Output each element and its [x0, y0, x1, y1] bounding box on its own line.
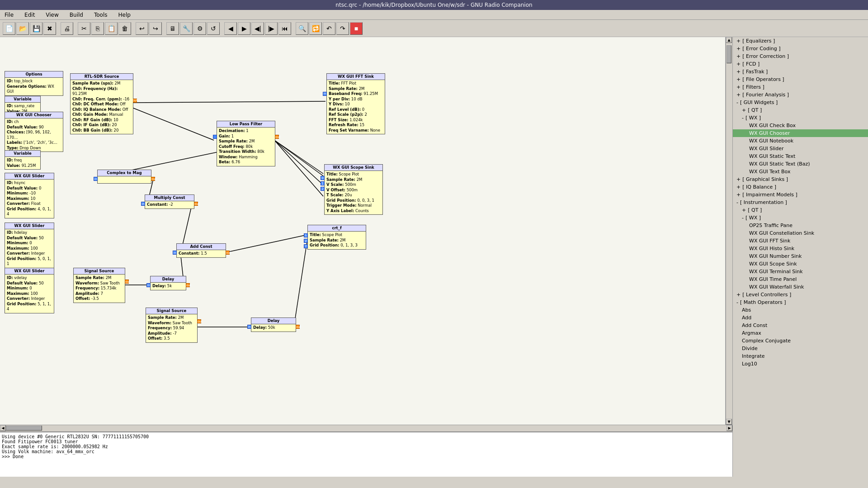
tree-item-scope-sink[interactable]: WX GUI Scope Sink — [733, 260, 868, 268]
tree-item-wx-slider[interactable]: WX GUI Slider — [733, 145, 868, 152]
tree-item-gui-widgets[interactable]: - [ GUI Widgets ] — [733, 99, 868, 106]
tree-item-file-operators[interactable]: + [ File Operators ] — [733, 76, 868, 83]
signal-source1-block[interactable]: Signal Source Sample Rate: 2M Waveform: … — [73, 268, 125, 303]
horizontal-scrollbar[interactable]: ◀ ▶ — [0, 425, 732, 431]
tree-item-error-coding[interactable]: + [ Error Coding ] — [733, 45, 868, 52]
tree-item-complex-conjugate[interactable]: Complex Conjugate — [733, 337, 868, 345]
screen-button[interactable]: 🖥 — [166, 22, 179, 35]
scroll-track[interactable] — [726, 43, 732, 419]
vertical-scrollbar[interactable]: ▲ ▼ — [726, 37, 732, 425]
wx-gui-slider1-block[interactable]: WX GUI Slider ID: hsync Default Value: 0… — [5, 173, 54, 218]
tree-item-integrate[interactable]: Integrate — [733, 352, 868, 360]
tree-item-qt[interactable]: + [ QT ] — [733, 106, 868, 114]
tree-item-equalizers[interactable]: + [ Equalizers ] — [733, 37, 868, 45]
tree-item-histo-sink[interactable]: WX GUI Histo Sink — [733, 245, 868, 252]
tree-item-instrumentation[interactable]: - [ Instrumentation ] — [733, 199, 868, 206]
scroll-up-button[interactable]: ▲ — [726, 37, 732, 43]
variable-freq-block[interactable]: Variable ID: freq Value: 91.25M — [5, 150, 41, 170]
options-block[interactable]: Options ID: top_block Generate Options: … — [5, 71, 63, 96]
loop-button[interactable]: 🔁 — [309, 22, 322, 35]
wx-gui-slider2-block[interactable]: WX GUI Slider ID: hdelay Default Value: … — [5, 223, 54, 268]
wx-gui-scope-sink-block[interactable]: WX GUI Scope Sink Title: Scope Plot Samp… — [324, 164, 383, 215]
tree-item-filters[interactable]: + [ Filters ] — [733, 83, 868, 91]
fwd2-button[interactable]: |▶ — [265, 22, 278, 35]
save-button[interactable]: 💾 — [30, 22, 42, 35]
menu-edit[interactable]: Edit — [22, 11, 38, 19]
tree-item-abs[interactable]: Abs — [733, 306, 868, 314]
tree-item-inst-wx[interactable]: - [ WX ] — [733, 214, 868, 222]
paste-button[interactable]: 📋 — [105, 22, 118, 35]
delay1-block[interactable]: Delay Delay: 5k in out — [150, 276, 186, 290]
delay2-block[interactable]: Delay Delay: 50k in out — [251, 317, 296, 332]
tree-item-add-const[interactable]: Add Const — [733, 322, 868, 329]
tree-item-graphical-sinks[interactable]: + [ Graphical Sinks ] — [733, 175, 868, 183]
cut-button[interactable]: ✂ — [78, 22, 90, 35]
multiply-const-block[interactable]: Multiply Const Constant: -2 in out — [145, 194, 194, 209]
menu-help[interactable]: Help — [116, 11, 133, 19]
tree-item-add[interactable]: Add — [733, 314, 868, 322]
zoom-in-button[interactable]: 🔍 — [296, 22, 308, 35]
add-const-block[interactable]: Add Const Constant: 1.5 in out — [176, 243, 226, 258]
crt-f-block[interactable]: crt_f Title: Scope Plot Sample Rate: 2M … — [307, 225, 366, 250]
preferences-button[interactable]: ⚙ — [193, 22, 206, 35]
wx-gui-slider3-block[interactable]: WX GUI Slider ID: vdelay Default Value: … — [5, 268, 54, 313]
tree-item-fastrak[interactable]: + [ FasTrak ] — [733, 68, 868, 76]
tree-item-divide[interactable]: Divide — [733, 345, 868, 352]
tree-item-inst-qt[interactable]: + [ QT ] — [733, 206, 868, 214]
menu-file[interactable]: File — [2, 11, 16, 19]
tree-item-wx[interactable]: - [ WX ] — [733, 114, 868, 122]
tree-item-terminal-sink[interactable]: WX GUI Terminal Sink — [733, 268, 868, 275]
tree-item-iq-balance[interactable]: + [ IQ Balance ] — [733, 183, 868, 191]
tree-item-wx-chooser[interactable]: WX GUI Chooser — [733, 129, 868, 137]
forward-button[interactable]: ▶ — [238, 22, 250, 35]
scroll-left-button[interactable]: ◀ — [0, 425, 6, 431]
tree-item-argmax[interactable]: Argmax — [733, 329, 868, 337]
rotate-right-button[interactable]: ↷ — [336, 22, 349, 35]
scroll-thumb[interactable] — [726, 45, 731, 63]
hscroll-thumb[interactable] — [6, 426, 42, 431]
tree-item-wx-check-box[interactable]: WX GUI Check Box — [733, 122, 868, 129]
tree-item-impairment[interactable]: + [ Impairment Models ] — [733, 191, 868, 199]
wx-gui-fft-sink-block[interactable]: WX GUI FFT Sink Title: FFT Plot Sample R… — [326, 73, 385, 134]
tree-item-level-controllers[interactable]: + [ Level Controllers ] — [733, 291, 868, 298]
scroll-right-button[interactable]: ▶ — [726, 425, 732, 431]
tree-item-wx-static-text[interactable]: WX GUI Static Text — [733, 152, 868, 160]
tree-item-wx-notebook[interactable]: WX GUI Notebook — [733, 137, 868, 145]
back2-button[interactable]: ◀| — [251, 22, 264, 35]
new-button[interactable]: 📄 — [3, 22, 15, 35]
close-button[interactable]: ✖ — [43, 22, 56, 35]
tree-item-waterfall-sink[interactable]: WX GUI Waterfall Sink — [733, 283, 868, 291]
tree-item-fft-sink[interactable]: WX GUI FFT Sink — [733, 237, 868, 245]
tree-item-log10[interactable]: Log10 — [733, 360, 868, 368]
print-button[interactable]: 🖨 — [61, 22, 73, 35]
wx-gui-chooser-block[interactable]: WX GUI Chooser ID: ch Default Value: 90 … — [5, 112, 63, 152]
low-pass-filter-block[interactable]: Low Pass Filter Decimation: 1 Gain: 1 Sa… — [217, 121, 275, 166]
flow-graph-canvas[interactable]: Options ID: top_block Generate Options: … — [0, 37, 726, 425]
kill-button[interactable]: ■ — [350, 22, 363, 35]
properties-button[interactable]: 🔧 — [180, 22, 193, 35]
complex-to-mag-block[interactable]: Complex to Mag in out — [97, 170, 151, 184]
tree-item-op25[interactable]: OP25 Traffic Pane — [733, 222, 868, 229]
rotate-left-button[interactable]: ↶ — [323, 22, 335, 35]
tree-item-fcd[interactable]: + [ FCD ] — [733, 60, 868, 68]
tree-item-error-correction[interactable]: + [ Error Correction ] — [733, 52, 868, 60]
delete-button[interactable]: 🗑 — [118, 22, 131, 35]
hscroll-track[interactable] — [6, 425, 726, 431]
tree-item-fourier[interactable]: + [ Fourier Analysis ] — [733, 91, 868, 99]
tree-item-number-sink[interactable]: WX GUI Number Sink — [733, 252, 868, 260]
back3-button[interactable]: ⏮ — [278, 22, 291, 35]
revert-button[interactable]: ↺ — [207, 22, 220, 35]
tree-item-constellation-sink[interactable]: WX GUI Constellation Sink — [733, 229, 868, 237]
copy-button[interactable]: ⎘ — [91, 22, 104, 35]
rtl-sdr-block[interactable]: RTL-SDR Source Sample Rate (sps): 2M Ch0… — [70, 73, 133, 134]
tree-item-wx-static-text-baz[interactable]: WX GUI Static Text (Baz) — [733, 160, 868, 168]
back-button[interactable]: ◀ — [224, 22, 237, 35]
tree-item-wx-text-box[interactable]: WX GUI Text Box — [733, 168, 868, 175]
signal-source2-block[interactable]: Signal Source Sample Rate: 2M Waveform: … — [146, 308, 198, 343]
scroll-down-button[interactable]: ▼ — [726, 419, 732, 425]
redo-button[interactable]: ↪ — [149, 22, 162, 35]
tree-item-time-panel[interactable]: WX GUI Time Panel — [733, 275, 868, 283]
menu-tools[interactable]: Tools — [91, 11, 110, 19]
open-button[interactable]: 📂 — [16, 22, 29, 35]
menu-build[interactable]: Build — [67, 11, 86, 19]
